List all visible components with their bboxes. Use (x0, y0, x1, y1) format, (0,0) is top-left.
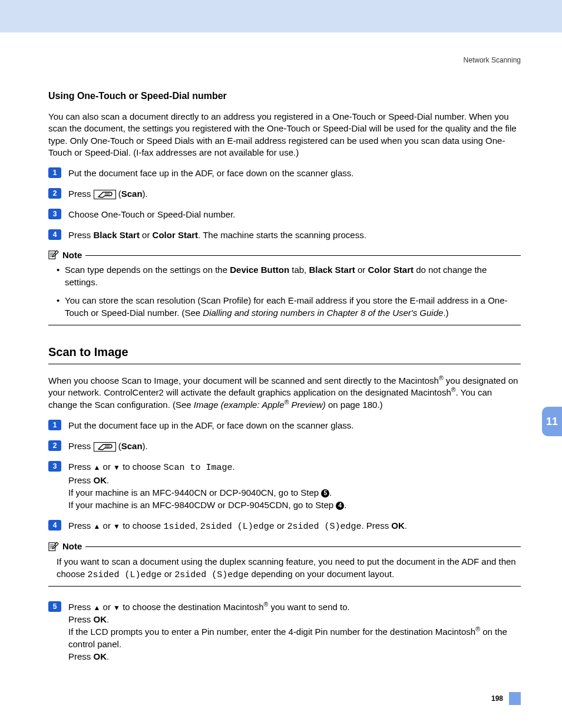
note-label: Note (62, 541, 82, 551)
note-body: If you want to scan a document using the… (48, 555, 521, 581)
page-content: Network Scanning Using One-Touch or Spee… (0, 32, 562, 723)
step-badge: 3 (48, 209, 61, 219)
pencil-note-icon (48, 249, 59, 260)
svg-rect-2 (49, 251, 55, 259)
pencil-note-icon (48, 541, 59, 552)
section2-steps: 1 Put the document face up in the ADF, o… (48, 419, 521, 533)
section2-intro: When you choose Scan to Image, your docu… (48, 375, 521, 411)
step-badge: 4 (48, 229, 61, 240)
section2-title: Scan to Image (48, 345, 521, 359)
step-4: 4 Press ▲ or ▼ to choose 1sided, 2sided … (48, 519, 521, 533)
step-text: Press ▲ or ▼ to choose Scan to Image. Pr… (68, 460, 521, 511)
chapter-tab: 11 (542, 407, 562, 436)
svg-rect-8 (49, 542, 55, 551)
step-text: Press (Scan). (68, 187, 521, 200)
step-5: 5 Press ▲ or ▼ to choose the destination… (48, 601, 521, 663)
step-text: Choose One-Touch or Speed-Dial number. (68, 208, 521, 220)
note-header: Note (48, 249, 521, 260)
note-list: Scan type depends on the settings on the… (48, 263, 521, 319)
step-text: Put the document face up in the ADF, or … (68, 167, 521, 179)
section2-steps-cont: 5 Press ▲ or ▼ to choose the destination… (48, 601, 521, 663)
section1-title: Using One-Touch or Speed-Dial number (48, 91, 521, 101)
step-text: Press ▲ or ▼ to choose 1sided, 2sided (L… (68, 519, 521, 533)
note-label: Note (62, 250, 82, 260)
step-badge: 5 (48, 601, 61, 612)
step-1: 1 Put the document face up in the ADF, o… (48, 419, 521, 431)
step-badge: 1 (48, 167, 61, 178)
page-marker (509, 692, 521, 705)
step-text: Put the document face up in the ADF, or … (68, 419, 521, 431)
step-text: Press ▲ or ▼ to choose the destination M… (68, 601, 521, 663)
scan-key-icon (94, 190, 116, 199)
scan-key-icon (94, 442, 116, 452)
page-footer: 198 (48, 692, 521, 705)
note-header: Note (48, 541, 521, 552)
step-badge: 2 (48, 188, 61, 199)
step-2: 2 Press (Scan). (48, 440, 521, 452)
step-2: 2 Press (Scan). (48, 187, 521, 200)
note-item: Scan type depends on the settings on the… (57, 263, 521, 288)
page-number: 198 (491, 694, 503, 703)
step-text: Press (Scan). (68, 440, 521, 452)
section1-steps: 1 Put the document face up in the ADF, o… (48, 167, 521, 241)
section1-intro: You can also scan a document directly to… (48, 111, 521, 159)
step-badge: 3 (48, 461, 61, 472)
step-badge: 4 (48, 520, 61, 531)
step-badge: 2 (48, 440, 61, 451)
step-badge: 1 (48, 420, 61, 430)
note-item: You can store the scan resolution (Scan … (57, 294, 521, 319)
top-banner (0, 0, 562, 32)
step-ref-5: 5 (321, 489, 329, 498)
step-ref-4: 4 (336, 502, 344, 510)
step-1: 1 Put the document face up in the ADF, o… (48, 167, 521, 179)
step-text: Press Black Start or Color Start. The ma… (68, 229, 521, 241)
running-header: Network Scanning (48, 56, 521, 64)
step-4: 4 Press Black Start or Color Start. The … (48, 229, 521, 241)
step-3: 3 Press ▲ or ▼ to choose Scan to Image. … (48, 460, 521, 511)
step-3: 3 Choose One-Touch or Speed-Dial number. (48, 208, 521, 220)
